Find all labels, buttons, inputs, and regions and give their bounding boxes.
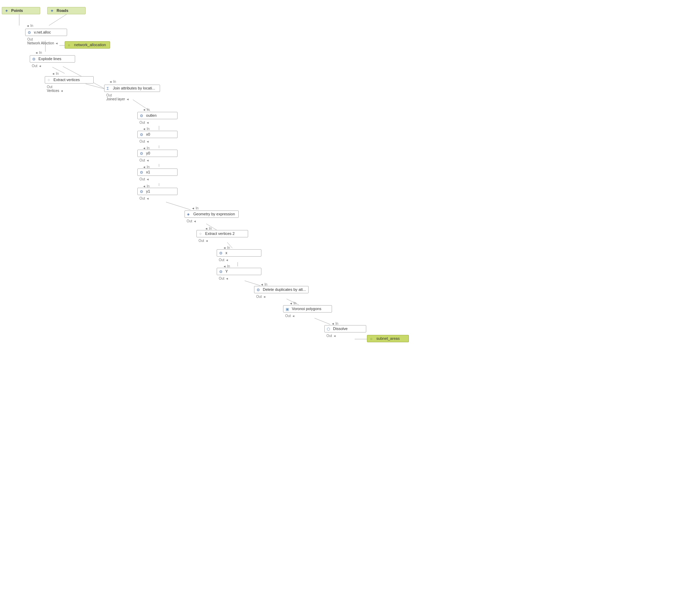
- dissolve-icon: ⬡: [327, 327, 331, 331]
- y-label: Y: [225, 269, 228, 273]
- x0-label: x0: [146, 132, 150, 136]
- vnetalloc-icon: ⚙: [28, 30, 32, 35]
- in-label-vnet: ◄ In: [26, 24, 33, 28]
- svg-line-12: [166, 202, 190, 210]
- vnetalloc-port-label: Network Alloction ◄: [27, 41, 58, 45]
- extract-vertices-icon: ⁘: [47, 78, 51, 82]
- join-attributes-port: Joined layer ◄: [106, 97, 129, 101]
- roads-node[interactable]: ✦ Roads: [47, 7, 86, 14]
- vnetalloc-label: v.net.alloc: [34, 30, 51, 34]
- voronoi-icon: ▣: [286, 307, 290, 311]
- extract-vertices-node[interactable]: ⁘ Extract vertices: [45, 76, 94, 84]
- vnetalloc-node[interactable]: ⚙ v.net.alloc: [25, 29, 67, 36]
- explode-lines-label: Explode lines: [38, 57, 61, 61]
- y-icon: ⚙: [219, 270, 223, 274]
- join-attributes-icon: Σ: [107, 86, 111, 91]
- x1-node[interactable]: ⚙ x1: [137, 169, 178, 176]
- x0-out: Out ◄: [139, 139, 149, 143]
- delete-duplicates-label: Delete duplicates by att...: [263, 287, 306, 292]
- subnet-areas-label: subnet_areas: [376, 336, 400, 341]
- in-label-join: ◄ In: [109, 80, 116, 84]
- extract-vertices2-out: Out ◄: [199, 239, 208, 243]
- y-out: Out ◄: [219, 277, 229, 280]
- svg-line-18: [315, 318, 330, 324]
- explode-lines-out: Out ◄: [32, 64, 42, 68]
- geometry-expression-out: Out ◄: [187, 219, 196, 223]
- y0-label: y0: [146, 151, 150, 155]
- x-label: x: [225, 251, 228, 255]
- svg-line-16: [245, 281, 260, 286]
- voronoi-out: Out ◄: [285, 314, 295, 318]
- y1-out: Out ◄: [139, 196, 149, 200]
- points-label: Points: [11, 8, 23, 13]
- x1-icon: ⚙: [140, 170, 144, 174]
- points-node[interactable]: ✦ Points: [2, 7, 40, 14]
- roads-label: Roads: [57, 8, 68, 13]
- explode-lines-node[interactable]: ⚙ Explode lines: [30, 55, 75, 63]
- points-icon: ✦: [5, 9, 9, 13]
- x1-out: Out ◄: [139, 177, 149, 181]
- delete-duplicates-icon: ⚙: [257, 288, 261, 292]
- roads-icon: ✦: [50, 9, 55, 13]
- explode-lines-icon: ⚙: [32, 57, 36, 61]
- voronoi-polygons-label: Voronoi polygons: [292, 307, 321, 311]
- in-label-geometry: ◄ In: [192, 206, 199, 210]
- network-allocation-label: network_allocation: [74, 43, 106, 47]
- extract-vertices2-icon: ⁘: [199, 232, 203, 236]
- extract-vertices-port: Vertices ◄: [47, 89, 63, 93]
- dissolve-node[interactable]: ⬡ Dissolve: [324, 325, 366, 332]
- in-label-extract: ◄ In: [52, 72, 59, 76]
- extract-vertices2-node[interactable]: ⁘ Extract vertices 2: [196, 230, 248, 237]
- delete-duplicates-node[interactable]: ⚙ Delete duplicates by att...: [254, 286, 309, 293]
- in-label-voronoi: ◄ In: [289, 301, 296, 305]
- dissolve-out: Out ◄: [326, 334, 336, 338]
- network-allocation-icon: ○: [68, 43, 72, 47]
- extract-vertices2-label: Extract vertices 2: [205, 231, 234, 236]
- subnet-areas-node[interactable]: ○ subnet_areas: [367, 335, 409, 342]
- x-icon: ⚙: [219, 251, 223, 255]
- delete-duplicates-out: Out ◄: [256, 295, 266, 299]
- y0-icon: ⚙: [140, 151, 144, 156]
- subnet-areas-icon: ○: [370, 337, 374, 341]
- join-attributes-label: Join attributes by locati...: [113, 86, 155, 90]
- in-label-x0: ◄ In: [143, 127, 150, 131]
- join-attributes-out: Out: [106, 93, 112, 97]
- x0-node[interactable]: ⚙ x0: [137, 131, 178, 138]
- outlen-node[interactable]: ⚙ outlen: [137, 112, 178, 119]
- dissolve-label: Dissolve: [333, 327, 348, 331]
- voronoi-polygons-node[interactable]: ▣ Voronoi polygons: [283, 305, 332, 313]
- y-node[interactable]: ⚙ Y: [217, 268, 261, 275]
- y1-label: y1: [146, 189, 150, 193]
- join-attributes-node[interactable]: Σ Join attributes by locati...: [104, 85, 160, 92]
- geometry-expression-icon: ◈: [187, 212, 191, 216]
- svg-line-1: [49, 13, 68, 26]
- network-allocation-node[interactable]: ○ network_allocation: [65, 41, 110, 49]
- in-label-outlen: ◄ In: [143, 108, 150, 112]
- x-node[interactable]: ⚙ x: [217, 249, 261, 257]
- outlen-icon: ⚙: [140, 114, 144, 118]
- vnetalloc-out-port: Out: [27, 37, 33, 41]
- extract-vertices-out: Out: [47, 85, 52, 89]
- x-out: Out ◄: [219, 258, 229, 262]
- geometry-by-expression-label: Geometry by expression: [193, 212, 235, 216]
- outlen-out: Out ◄: [139, 121, 149, 124]
- y0-out: Out ◄: [139, 158, 149, 162]
- svg-line-5: [86, 84, 106, 89]
- x1-label: x1: [146, 170, 150, 174]
- geometry-by-expression-node[interactable]: ◈ Geometry by expression: [185, 210, 239, 218]
- outlen-label: outlen: [146, 113, 157, 117]
- extract-vertices-label: Extract vertices: [53, 78, 80, 82]
- y1-node[interactable]: ⚙ y1: [137, 188, 178, 195]
- in-label-explode: ◄ In: [35, 51, 42, 55]
- y0-node[interactable]: ⚙ y0: [137, 150, 178, 157]
- y1-icon: ⚙: [140, 189, 144, 194]
- x0-icon: ⚙: [140, 132, 144, 137]
